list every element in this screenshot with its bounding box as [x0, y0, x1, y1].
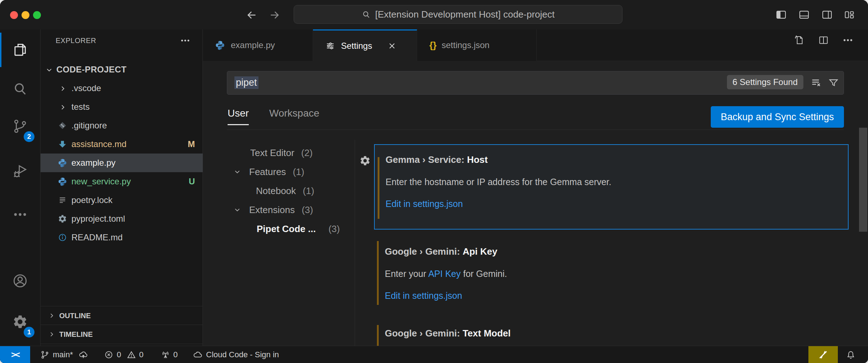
remote-indicator[interactable]: ><: [0, 346, 30, 363]
tree-item-assistance-md[interactable]: assistance.md M: [41, 135, 203, 154]
tree-item-example-py[interactable]: example.py: [41, 154, 203, 172]
activity-source-control-button[interactable]: 2: [0, 108, 40, 145]
search-icon: [12, 80, 28, 97]
scope-tab-workspace[interactable]: Workspace: [269, 108, 319, 124]
api-key-link[interactable]: API Key: [428, 269, 461, 279]
setting-row-gear-icon[interactable]: [359, 155, 371, 166]
cloud-code-signin[interactable]: Cloud Code - Sign in: [193, 350, 279, 360]
info-file-icon: [58, 233, 67, 242]
settings-badge: 1: [24, 327, 34, 338]
explorer-files-icon: [12, 42, 28, 58]
tree-item-readme-md[interactable]: README.md: [41, 228, 203, 247]
activity-explorer-button[interactable]: [0, 31, 40, 69]
publish-sync-icon: [78, 350, 88, 360]
settings-search-value: pipet: [234, 76, 258, 89]
activity-search-button[interactable]: [0, 70, 40, 107]
chevron-down-icon: [233, 168, 242, 176]
navigate-back-icon[interactable]: [246, 9, 258, 21]
problems-status[interactable]: 0 0: [104, 350, 144, 359]
git-file-icon: [58, 121, 67, 130]
toc-text-editor[interactable]: Text Editor (2): [203, 143, 353, 162]
tree-root-code-project[interactable]: CODE-PROJECT: [41, 60, 203, 79]
chevron-right-icon: [59, 102, 67, 112]
settings-search-input[interactable]: pipet 6 Settings Found: [227, 71, 844, 95]
toc-notebook[interactable]: Notebook (1): [203, 182, 353, 201]
editor-actions: [793, 34, 854, 46]
backup-sync-settings-button[interactable]: Backup and Sync Settings: [711, 106, 844, 128]
navigate-forward-icon[interactable]: [269, 9, 281, 21]
setting-title: Google › Gemini: Api Key: [385, 246, 840, 257]
activity-accounts-button[interactable]: [0, 262, 40, 300]
activity-more-views-button[interactable]: [0, 196, 40, 233]
tree-item-gitignore[interactable]: .gitignore: [41, 116, 203, 135]
setting-row-gemma-service-host[interactable]: Gemma › Service: Host Enter the hostname…: [374, 144, 849, 230]
python-file-icon: [215, 40, 225, 50]
window-title: [Extension Development Host] code-projec…: [375, 9, 555, 20]
split-editor-icon[interactable]: [818, 34, 829, 46]
source-control-badge: 2: [24, 131, 34, 142]
tab-example-py[interactable]: example.py: [203, 29, 313, 61]
minimize-window-button[interactable]: [22, 11, 29, 19]
more-actions-icon[interactable]: [842, 34, 854, 46]
explorer-title: EXPLORER: [56, 37, 96, 45]
status-bar: >< main* 0 0 0 Cloud Code - Sign in: [0, 346, 868, 363]
tree-item-vscode[interactable]: .vscode: [41, 79, 203, 98]
toc-extensions[interactable]: Extensions (3): [203, 201, 353, 220]
toggle-panel-icon[interactable]: [798, 9, 811, 21]
explorer-more-actions-icon[interactable]: [180, 35, 191, 46]
customize-layout-icon[interactable]: [843, 9, 856, 21]
edit-in-settings-json-link[interactable]: Edit in settings.json: [385, 291, 462, 301]
chevron-down-icon: [233, 206, 242, 214]
open-changes-icon[interactable]: [793, 34, 805, 46]
setting-description: Enter your API Key for Gemini.: [385, 269, 840, 279]
activity-settings-button[interactable]: 1: [0, 303, 40, 340]
ports-status[interactable]: 0: [161, 350, 178, 359]
chevron-down-icon: [45, 65, 53, 74]
error-icon: [104, 350, 113, 359]
notifications-bell-icon[interactable]: [846, 350, 856, 360]
settings-scope-bar: User Workspace Backup and Sync Settings: [227, 105, 844, 130]
scrollbar[interactable]: [859, 128, 867, 232]
cloud-icon: [193, 350, 203, 360]
tree-item-poetry-lock[interactable]: poetry.lock: [41, 191, 203, 209]
activity-run-debug-button[interactable]: [0, 153, 40, 190]
python-file-icon: [58, 177, 67, 186]
chevron-right-icon: [48, 330, 56, 338]
toc-divider: [355, 140, 355, 346]
branch-icon: [40, 350, 50, 359]
toggle-primary-sidebar-icon[interactable]: [775, 9, 788, 21]
clear-settings-search-icon[interactable]: [811, 77, 822, 89]
edit-in-settings-json-link[interactable]: Edit in settings.json: [386, 199, 463, 209]
setting-title: Google › Gemini: Text Model: [385, 328, 840, 339]
git-branch-status[interactable]: main*: [40, 350, 88, 360]
scope-tab-user[interactable]: User: [228, 108, 249, 125]
account-icon: [12, 273, 28, 289]
zoom-window-button[interactable]: [33, 11, 41, 19]
outline-section-header[interactable]: OUTLINE: [41, 306, 203, 325]
setting-title: Gemma › Service: Host: [386, 154, 841, 165]
gear-icon: [12, 314, 28, 330]
tree-item-new-service-py[interactable]: new_service.py U: [41, 172, 203, 191]
tab-settings[interactable]: Settings: [313, 29, 417, 61]
editor-tab-bar: example.py Settings {} settings.json: [203, 29, 868, 61]
lightning-off-icon: [818, 349, 829, 360]
markdown-arrow-icon: [58, 140, 67, 149]
toc-pipet-code[interactable]: Pipet Code ... (3): [203, 220, 353, 239]
setting-row-google-gemini-text-model[interactable]: Google › Gemini: Text Model: [374, 322, 847, 346]
tree-item-pyproject-toml[interactable]: pyproject.toml: [41, 209, 203, 228]
close-window-button[interactable]: [10, 11, 18, 19]
filter-settings-icon[interactable]: [828, 77, 839, 89]
toggle-secondary-sidebar-icon[interactable]: [821, 9, 834, 21]
tree-item-tests[interactable]: tests: [41, 98, 203, 116]
timeline-section-header[interactable]: TIMELINE: [41, 325, 203, 344]
status-warning-button[interactable]: [808, 346, 838, 363]
run-debug-icon: [12, 163, 28, 180]
modified-setting-indicator: [377, 241, 379, 305]
lock-file-lines-icon: [58, 195, 67, 205]
setting-row-google-gemini-api-key[interactable]: Google › Gemini: Api Key Enter your API …: [374, 237, 847, 314]
close-tab-icon[interactable]: [387, 41, 397, 51]
tab-settings-json[interactable]: {} settings.json: [417, 29, 537, 61]
command-center-search[interactable]: [Extension Development Host] code-projec…: [294, 5, 622, 24]
git-untracked-badge: U: [189, 176, 195, 187]
toc-features[interactable]: Features (1): [203, 162, 353, 182]
